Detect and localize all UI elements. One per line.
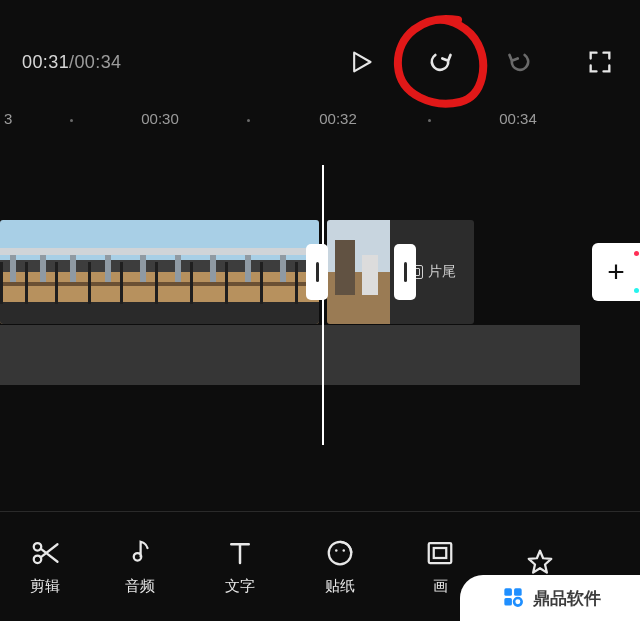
svg-rect-36 <box>504 588 512 596</box>
undo-button[interactable] <box>400 38 480 86</box>
svg-rect-13 <box>0 248 319 255</box>
svg-rect-16 <box>25 262 28 304</box>
svg-rect-37 <box>514 588 522 596</box>
svg-rect-8 <box>140 250 146 285</box>
svg-rect-14 <box>0 282 319 286</box>
svg-point-32 <box>335 549 338 552</box>
redo-button[interactable] <box>480 38 560 86</box>
video-timeline[interactable]: 片尾 <box>0 220 640 385</box>
svg-rect-10 <box>210 250 216 285</box>
tail-label: 片尾 <box>428 263 456 281</box>
time-display: 00:31/00:34 <box>22 52 122 73</box>
svg-rect-1 <box>0 260 319 272</box>
clip-thumbnail-1 <box>0 220 319 324</box>
tool-audio[interactable]: 音频 <box>90 512 190 621</box>
expand-icon <box>586 48 614 76</box>
svg-point-33 <box>343 549 346 552</box>
svg-rect-19 <box>120 262 123 304</box>
svg-rect-6 <box>70 250 76 285</box>
svg-rect-9 <box>175 250 181 285</box>
current-time: 00:31 <box>22 52 69 72</box>
svg-rect-28 <box>362 255 378 295</box>
timeline-ruler[interactable]: 3 00:30 00:32 00:34 <box>0 110 640 132</box>
add-clip-button[interactable]: + <box>592 243 640 301</box>
video-clip-1[interactable] <box>0 220 319 324</box>
svg-rect-12 <box>280 250 286 285</box>
svg-rect-5 <box>40 250 46 285</box>
picture-in-picture-icon <box>425 538 455 568</box>
sticker-icon <box>325 538 355 568</box>
svg-rect-11 <box>245 250 251 285</box>
undo-icon <box>426 48 454 76</box>
svg-rect-35 <box>434 548 447 558</box>
tool-cut[interactable]: 剪辑 <box>0 512 90 621</box>
clip-handle-left[interactable] <box>306 244 328 300</box>
svg-rect-34 <box>429 543 452 563</box>
video-clip-2[interactable] <box>327 220 390 324</box>
total-time: 00:34 <box>74 52 121 72</box>
svg-rect-38 <box>504 598 512 606</box>
watermark-logo-icon <box>500 585 526 611</box>
svg-rect-17 <box>55 262 58 304</box>
play-button[interactable] <box>320 38 400 86</box>
svg-rect-27 <box>335 240 355 295</box>
svg-rect-24 <box>295 262 298 304</box>
svg-rect-15 <box>0 262 3 304</box>
clip-handle-right[interactable] <box>394 244 416 300</box>
tool-text[interactable]: 文字 <box>190 512 290 621</box>
tool-sticker[interactable]: 贴纸 <box>290 512 390 621</box>
audio-track[interactable] <box>0 325 580 385</box>
watermark-badge: 鼎品软件 <box>460 575 640 621</box>
watermark-text: 鼎品软件 <box>533 587 601 610</box>
text-t-icon <box>225 538 255 568</box>
svg-rect-18 <box>88 262 91 304</box>
star-icon <box>525 547 555 577</box>
svg-rect-3 <box>0 302 319 324</box>
svg-rect-4 <box>10 250 16 285</box>
svg-rect-7 <box>105 250 111 285</box>
svg-point-39 <box>514 598 522 606</box>
play-icon <box>346 48 374 76</box>
clip-thumbnail-2 <box>327 220 390 324</box>
music-note-icon <box>125 538 155 568</box>
scissors-icon <box>30 538 60 568</box>
fullscreen-button[interactable] <box>560 38 640 86</box>
svg-rect-20 <box>155 262 158 304</box>
svg-rect-21 <box>190 262 193 304</box>
plus-icon: + <box>607 255 625 289</box>
svg-rect-22 <box>225 262 228 304</box>
svg-rect-23 <box>260 262 263 304</box>
playhead[interactable] <box>322 165 324 445</box>
redo-icon <box>506 48 534 76</box>
